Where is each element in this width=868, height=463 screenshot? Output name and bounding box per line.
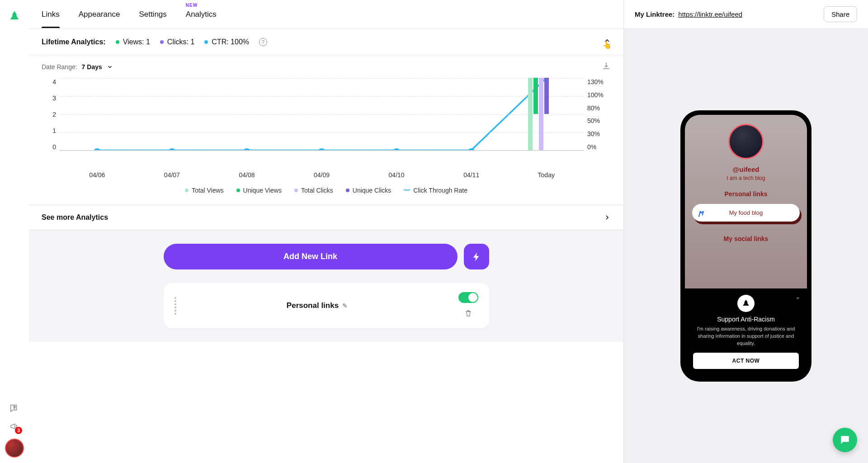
- center-panel: Links Appearance Settings NEW Analytics …: [29, 0, 624, 463]
- link-icon: ϻ: [698, 208, 703, 217]
- banner-cta-button[interactable]: ACT NOW: [693, 353, 799, 369]
- chevron-down-icon[interactable]: [107, 64, 113, 70]
- preview-link-1[interactable]: ϻ My food blog: [692, 204, 800, 222]
- svg-point-3: [244, 148, 250, 150]
- banner-title: Support Anti-Racism: [693, 316, 799, 323]
- chart: 43210 130%100%80%50%30%0% 04/0604/0704/0…: [29, 78, 623, 205]
- svg-text:?: ?: [13, 405, 15, 410]
- y-axis-left: 43210: [42, 78, 60, 151]
- trash-icon[interactable]: [464, 309, 472, 319]
- svg-point-4: [319, 148, 325, 150]
- legend: Total Views Unique Views Total Clicks Un…: [42, 179, 611, 198]
- share-button[interactable]: Share: [824, 6, 857, 22]
- tab-links[interactable]: Links: [42, 1, 60, 28]
- lifetime-label: Lifetime Analytics:: [42, 38, 106, 46]
- banner-logo-icon: [737, 295, 755, 312]
- preview-handle: @uifeed: [733, 165, 760, 173]
- y-axis-right: 130%100%80%50%30%0%: [584, 78, 611, 151]
- stat-ctr: CTR: 100%: [204, 38, 249, 46]
- svg-point-5: [393, 148, 399, 150]
- my-linktree-label: My Linktree:: [635, 10, 675, 18]
- help-circle-icon[interactable]: ?: [259, 38, 267, 46]
- date-range: Date Range: 7 Days: [29, 55, 623, 78]
- plot-area: [60, 78, 584, 151]
- chevron-down-icon[interactable]: ⌄: [795, 293, 801, 300]
- linktree-url[interactable]: https://linktr.ee/uifeed: [678, 10, 742, 18]
- svg-point-1: [94, 148, 100, 150]
- bolt-button[interactable]: [464, 244, 489, 269]
- preview-panel: My Linktree: https://linktr.ee/uifeed Sh…: [624, 0, 868, 463]
- lifetime-bar: Lifetime Analytics: Views: 1 Clicks: 1 C…: [29, 29, 623, 55]
- avatar[interactable]: [5, 439, 24, 458]
- badge: 3: [15, 427, 22, 434]
- svg-point-2: [169, 148, 175, 150]
- stat-clicks: Clicks: 1: [160, 38, 194, 46]
- tabs: Links Appearance Settings NEW Analytics: [29, 0, 623, 29]
- see-more-analytics[interactable]: See more Analytics: [29, 205, 623, 230]
- link-card: Personal links ✎: [164, 283, 489, 328]
- x-axis: 04/0604/0704/0804/0904/1004/11Today: [42, 169, 611, 179]
- tab-appearance[interactable]: Appearance: [79, 1, 120, 28]
- chevron-right-icon: [604, 214, 611, 221]
- new-badge: NEW: [186, 3, 198, 8]
- preview-bio: I am a tech blog: [726, 175, 765, 181]
- stat-views: Views: 1: [116, 38, 150, 46]
- left-rail: ? 3: [0, 0, 29, 463]
- preview-avatar: [728, 124, 764, 159]
- announce-icon[interactable]: 3: [9, 420, 20, 432]
- tab-analytics[interactable]: NEW Analytics: [186, 1, 217, 28]
- toggle[interactable]: [458, 292, 478, 303]
- collapse-icon[interactable]: 👆: [604, 37, 611, 47]
- banner-desc: I'm raising awareness, driving donations…: [693, 326, 799, 347]
- download-icon[interactable]: [602, 61, 611, 72]
- preview-section-1: Personal links: [725, 190, 768, 198]
- date-range-value[interactable]: 7 Days: [82, 63, 102, 71]
- logo-icon[interactable]: [7, 9, 22, 24]
- phone-preview: @uifeed I am a tech blog Personal links …: [680, 110, 811, 382]
- tab-settings[interactable]: Settings: [139, 1, 166, 28]
- preview-section-2: My social links: [724, 235, 769, 242]
- pencil-icon[interactable]: ✎: [342, 302, 348, 309]
- add-new-link-button[interactable]: Add New Link: [164, 244, 458, 269]
- help-icon[interactable]: ?: [9, 402, 20, 414]
- drag-handle-icon[interactable]: [175, 297, 176, 315]
- link-card-title: Personal links: [287, 301, 339, 310]
- chat-fab[interactable]: [833, 428, 857, 452]
